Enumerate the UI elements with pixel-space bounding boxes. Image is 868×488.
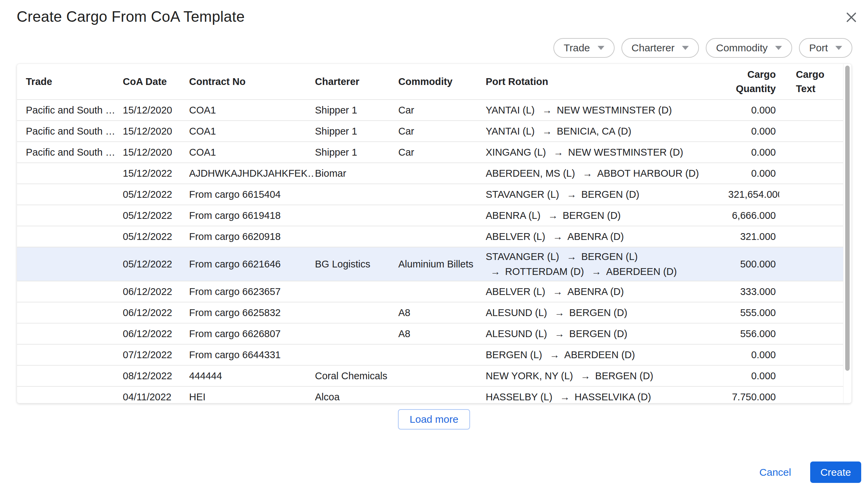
table-row[interactable]: 05/12/2022From cargo 6619418ABENRA (L) →… <box>17 205 851 226</box>
port-segment: →BERGEN (D) <box>550 328 628 339</box>
coa-date-cell: 15/12/2020 <box>123 145 189 160</box>
port-segment: →NEW WESTMINSTER (D) <box>549 147 683 158</box>
table-row[interactable]: 07/12/2022From cargo 6644331BERGEN (L) →… <box>17 345 851 366</box>
arrow-right-icon: → <box>555 307 565 318</box>
table-row[interactable]: 06/12/2022From cargo 6623657ABELVER (L) … <box>17 281 851 302</box>
port-segment: →ABERDEEN (D) <box>545 349 635 360</box>
port-segment: →ABBOT HARBOUR (D) <box>578 168 699 179</box>
table-scrollbar[interactable] <box>843 64 851 403</box>
cargo-quantity-cell: 556.000 <box>728 326 779 341</box>
port-segment: →NEW WESTMINSTER (D) <box>537 105 672 116</box>
port-segment: ABELVER (L) <box>486 231 545 242</box>
table-row[interactable]: 04/11/2022HEIAlcoaHASSELBY (L) →HASSELVI… <box>17 387 851 403</box>
port-segment: →BERGEN (L) <box>562 251 638 262</box>
contract-no-cell: AJDHWKAJHDKJAHKFEK… <box>189 166 315 181</box>
port-rotation-cell: NEW YORK, NY (L) →BERGEN (D) <box>486 368 728 383</box>
port-rotation-cell: YANTAI (L) →NEW WESTMINSTER (D) <box>486 103 728 118</box>
column-header-coa-date: CoA Date <box>123 74 189 89</box>
commodity-cell: A8 <box>398 326 486 341</box>
port-segment: →BENICIA, CA (D) <box>537 126 631 137</box>
arrow-right-icon: → <box>567 251 577 262</box>
coa-date-cell: 04/11/2022 <box>123 389 189 403</box>
contract-no-cell: COA1 <box>189 124 315 139</box>
trade-cell: Pacific and South … <box>17 124 123 139</box>
port-segment: ALESUND (L) <box>486 328 547 339</box>
port-rotation-cell: STAVANGER (L) →BERGEN (L) →ROTTERDAM (D)… <box>486 249 728 279</box>
coa-template-table: Trade CoA Date Contract No Charterer Com… <box>17 64 852 403</box>
dialog-footer: Cancel Create <box>757 461 861 483</box>
contract-no-cell: COA1 <box>189 145 315 160</box>
table-body: Pacific and South …15/12/2020COA1Shipper… <box>17 100 851 403</box>
column-header-charterer: Charterer <box>315 74 398 89</box>
cargo-quantity-cell: 500.000 <box>728 257 779 272</box>
table-row[interactable]: 08/12/2022444444Coral ChemicalsNEW YORK,… <box>17 366 851 387</box>
coa-date-cell: 07/12/2022 <box>123 347 189 362</box>
port-segment: →HASSELVIKA (D) <box>555 391 651 402</box>
load-more-button[interactable]: Load more <box>398 409 470 430</box>
arrow-right-icon: → <box>591 266 601 277</box>
close-button[interactable] <box>843 9 860 26</box>
port-rotation-cell: XINGANG (L) →NEW WESTMINSTER (D) <box>486 145 728 160</box>
port-segment: YANTAI (L) <box>486 126 535 137</box>
port-segment: ABERDEEN, MS (L) <box>486 168 575 179</box>
column-header-cargo-quantity: Cargo Quantity <box>728 67 779 96</box>
coa-date-cell: 08/12/2022 <box>123 368 189 383</box>
create-button[interactable]: Create <box>810 461 861 483</box>
port-rotation-cell: ABENRA (L) →BERGEN (D) <box>486 208 728 223</box>
port-segment: →ABENRA (D) <box>548 286 624 297</box>
port-rotation-cell: BERGEN (L) →ABERDEEN (D) <box>486 347 728 362</box>
charterer-cell: Alcoa <box>315 389 398 403</box>
contract-no-cell: From cargo 6615404 <box>189 187 315 202</box>
commodity-cell: Aluminium Billets <box>398 257 486 272</box>
trade-filter-dropdown[interactable]: Trade <box>553 38 614 58</box>
cargo-quantity-cell: 321,654.000 <box>728 187 779 202</box>
port-segment: →ABERDEEN (D) <box>587 266 677 277</box>
cancel-button[interactable]: Cancel <box>757 467 794 478</box>
contract-no-cell: 444444 <box>189 368 315 383</box>
port-segment: →ROTTERDAM (D) <box>486 266 584 277</box>
filter-label: Trade <box>564 42 590 54</box>
arrow-right-icon: → <box>555 328 565 339</box>
port-segment: NEW YORK, NY (L) <box>486 370 573 381</box>
charterer-cell: Shipper 1 <box>315 145 398 160</box>
coa-date-cell: 05/12/2022 <box>123 187 189 202</box>
chevron-down-icon <box>682 46 689 50</box>
coa-date-cell: 05/12/2022 <box>123 257 189 272</box>
trade-cell: Pacific and South … <box>17 145 123 160</box>
contract-no-cell: From cargo 6621646 <box>189 257 315 272</box>
table-row[interactable]: 05/12/2022From cargo 6621646BG Logistics… <box>17 247 851 281</box>
commodity-cell: Car <box>398 124 486 139</box>
scrollbar-thumb[interactable] <box>845 66 850 371</box>
contract-no-cell: HEI <box>189 389 315 403</box>
table-row[interactable]: Pacific and South …15/12/2020COA1Shipper… <box>17 142 851 163</box>
port-segment: ALESUND (L) <box>486 307 547 318</box>
create-cargo-from-coa-dialog: Create Cargo From CoA Template Trade Cha… <box>0 0 868 488</box>
table-row[interactable]: 05/12/2022From cargo 6615404STAVANGER (L… <box>17 184 851 205</box>
trade-cell: Pacific and South … <box>17 103 123 118</box>
table-row[interactable]: 15/12/2022AJDHWKAJHDKJAHKFEK…BiomarABERD… <box>17 163 851 184</box>
charterer-cell: Shipper 1 <box>315 124 398 139</box>
port-segment: →BERGEN (D) <box>543 210 621 221</box>
table-row[interactable]: Pacific and South …15/12/2020COA1Shipper… <box>17 100 851 121</box>
port-segment: HASSELBY (L) <box>486 391 552 402</box>
chevron-down-icon <box>835 46 842 50</box>
charterer-filter-dropdown[interactable]: Charterer <box>621 38 699 58</box>
arrow-right-icon: → <box>542 105 552 116</box>
commodity-cell: Car <box>398 103 486 118</box>
contract-no-cell: From cargo 6619418 <box>189 208 315 223</box>
contract-no-cell: From cargo 6626807 <box>189 326 315 341</box>
cargo-quantity-cell: 0.000 <box>728 145 779 160</box>
load-more-container: Load more <box>0 409 868 430</box>
port-segment: →BERGEN (D) <box>562 189 639 200</box>
commodity-filter-dropdown[interactable]: Commodity <box>706 38 792 58</box>
arrow-right-icon: → <box>550 349 560 360</box>
table-row[interactable]: Pacific and South …15/12/2020COA1Shipper… <box>17 121 851 142</box>
table-row[interactable]: 05/12/2022From cargo 6620918ABELVER (L) … <box>17 226 851 247</box>
port-filter-dropdown[interactable]: Port <box>799 38 852 58</box>
table-row[interactable]: 06/12/2022From cargo 6625832A8ALESUND (L… <box>17 302 851 324</box>
table-row[interactable]: 06/12/2022From cargo 6626807A8ALESUND (L… <box>17 324 851 345</box>
coa-date-cell: 15/12/2022 <box>123 166 189 181</box>
port-rotation-cell: ALESUND (L) →BERGEN (D) <box>486 305 728 320</box>
close-icon <box>845 11 858 24</box>
port-rotation-cell: ABELVER (L) →ABENRA (D) <box>486 284 728 299</box>
